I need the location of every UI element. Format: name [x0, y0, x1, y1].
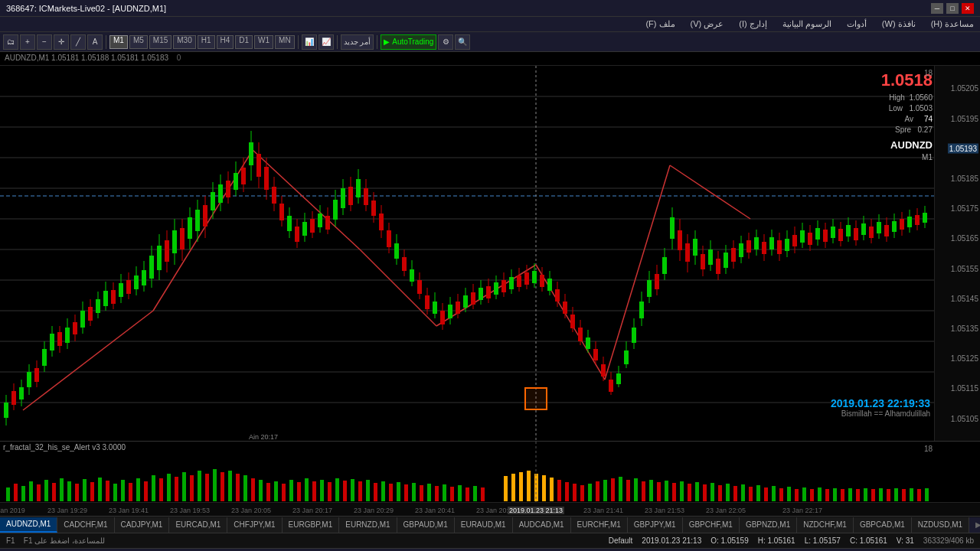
svg-rect-372 — [848, 488, 852, 501]
svg-rect-150 — [494, 282, 498, 295]
tab-gbpchf[interactable]: GBPCHF,M1 — [683, 517, 740, 533]
svg-rect-92 — [272, 187, 276, 204]
svg-rect-325 — [473, 486, 477, 501]
new-chart-button[interactable]: 🗂 — [3, 34, 18, 50]
svg-rect-334 — [557, 480, 561, 501]
close-button[interactable]: ✕ — [962, 3, 974, 14]
svg-rect-46 — [96, 299, 100, 313]
menu-charts[interactable]: الرسوم البيانية — [779, 19, 835, 29]
svg-rect-360 — [756, 485, 760, 501]
svg-rect-307 — [335, 478, 339, 501]
tab-audnzd[interactable]: AUDNZD,M1 — [0, 517, 57, 533]
status-date: 2019.01.23 21:13 — [642, 536, 701, 545]
menu-tools[interactable]: أدوات — [844, 19, 870, 29]
svg-rect-238 — [831, 227, 835, 238]
svg-rect-376 — [879, 488, 883, 501]
svg-rect-70 — [188, 217, 192, 239]
tf-w1[interactable]: W1 — [254, 35, 273, 49]
svg-rect-322 — [450, 487, 454, 501]
menu-window[interactable]: نافذة (W) — [879, 19, 919, 29]
svg-rect-327 — [504, 476, 508, 501]
svg-rect-256 — [900, 219, 904, 230]
zoom-out-button[interactable]: − — [37, 34, 52, 50]
tf-m1[interactable]: M1 — [109, 35, 128, 49]
svg-rect-200 — [685, 243, 690, 262]
svg-rect-339 — [596, 481, 599, 501]
svg-rect-246 — [861, 223, 866, 235]
tab-eurcad[interactable]: EURCAD,M1 — [169, 517, 227, 533]
chart-container[interactable]: Ain 20:17 1.0518 High 1.0560 Low 1.0503 … — [0, 66, 980, 441]
new-order-button[interactable]: أمر جديد — [341, 34, 374, 50]
tab-euraud[interactable]: EURAUD,M1 — [455, 517, 513, 533]
indicators-button[interactable]: 📈 — [318, 34, 334, 50]
tab-audcad[interactable]: AUDCAD,M1 — [513, 517, 571, 533]
svg-rect-364 — [787, 487, 791, 501]
menu-file[interactable]: ملف (F) — [642, 19, 678, 29]
settings-button[interactable]: ⚙ — [438, 34, 453, 50]
tab-cadchf[interactable]: CADCHF,M1 — [57, 517, 114, 533]
svg-rect-275 — [90, 482, 94, 501]
svg-rect-188 — [639, 302, 644, 318]
svg-rect-348 — [665, 481, 668, 501]
line-tool[interactable]: ╱ — [70, 34, 86, 50]
tab-gbpjpy[interactable]: GBPJPY,M1 — [628, 517, 683, 533]
svg-rect-330 — [527, 471, 531, 501]
maximize-button[interactable]: □ — [946, 3, 959, 14]
text-tool[interactable]: A — [87, 34, 103, 50]
svg-rect-192 — [655, 274, 659, 289]
tab-gbpaud[interactable]: GBPAUD,M1 — [397, 517, 455, 533]
svg-rect-80 — [226, 181, 230, 197]
svg-rect-112 — [348, 187, 353, 205]
tf-mn[interactable]: MN — [275, 35, 295, 49]
svg-rect-180 — [609, 380, 613, 392]
svg-rect-382 — [925, 488, 929, 501]
autotrading-button[interactable]: ▶ AutoTrading — [381, 34, 436, 50]
price-low: Low 1.0503 — [881, 103, 933, 114]
svg-rect-288 — [190, 475, 194, 501]
tf-h4[interactable]: H4 — [217, 35, 234, 49]
svg-rect-285 — [167, 474, 171, 501]
tab-gbpcad[interactable]: GBPCAD,M1 — [854, 517, 912, 533]
tab-cadjpy[interactable]: CADJPY,M1 — [115, 517, 170, 533]
chart-type-button[interactable]: 📊 — [302, 34, 317, 50]
tf-h1[interactable]: H1 — [198, 35, 215, 49]
svg-rect-136 — [440, 311, 445, 324]
tab-eurchf[interactable]: EURCHF,M1 — [571, 517, 628, 533]
menu-help[interactable]: مساعدة (H) — [928, 19, 977, 29]
price-11: 1.05105 — [951, 414, 978, 422]
tab-eurgbp[interactable]: EURGBP,M1 — [283, 517, 340, 533]
svg-rect-338 — [588, 484, 592, 501]
tab-nzdchf[interactable]: NZDCHF,M1 — [797, 517, 854, 533]
status-low: L: 1.05157 — [805, 536, 841, 545]
cursor-crosshair[interactable] — [524, 387, 547, 410]
tab-chfjpy[interactable]: CHFJPY,M1 — [227, 517, 282, 533]
svg-rect-28 — [27, 372, 31, 387]
crosshair-tool[interactable]: ✛ — [54, 34, 69, 50]
tf-m5[interactable]: M5 — [129, 35, 148, 49]
svg-rect-279 — [121, 480, 125, 501]
tab-gbpnzd[interactable]: GBPNZD,M1 — [740, 517, 797, 533]
search-button[interactable]: 🔍 — [455, 34, 470, 50]
tf-m30[interactable]: M30 — [173, 35, 195, 49]
svg-rect-370 — [833, 488, 837, 501]
price-spread: Spre 0.27 — [881, 125, 933, 135]
minimize-button[interactable]: ─ — [931, 3, 943, 14]
zoom-in-button[interactable]: + — [20, 34, 35, 50]
tab-arrow[interactable]: ▶ — [969, 517, 980, 533]
svg-rect-369 — [825, 489, 829, 501]
tab-eurnzd[interactable]: EURNZD,M1 — [339, 517, 397, 533]
svg-rect-206 — [708, 249, 713, 265]
tab-nzdusd[interactable]: NZDUSD,M1 — [912, 517, 969, 533]
menu-view[interactable]: عرض (V) — [688, 19, 727, 29]
svg-line-19 — [605, 165, 670, 380]
svg-rect-62 — [157, 246, 162, 270]
tf-d1[interactable]: D1 — [235, 35, 253, 49]
svg-rect-272 — [67, 481, 71, 501]
svg-rect-328 — [511, 474, 515, 501]
svg-rect-132 — [425, 295, 430, 309]
tf-m15[interactable]: M15 — [149, 35, 172, 49]
menu-insert[interactable]: إدارج (I) — [736, 19, 769, 29]
svg-rect-66 — [172, 230, 177, 253]
symbol-label-text: AUDNZD,M1 1.05181 1.05188 1.05181 1.0518… — [5, 54, 168, 62]
taskbar: ⊞ 21:39 🖥 ⚙ MT 🌐 📁 21:39 🔊 📶 — [0, 548, 980, 551]
